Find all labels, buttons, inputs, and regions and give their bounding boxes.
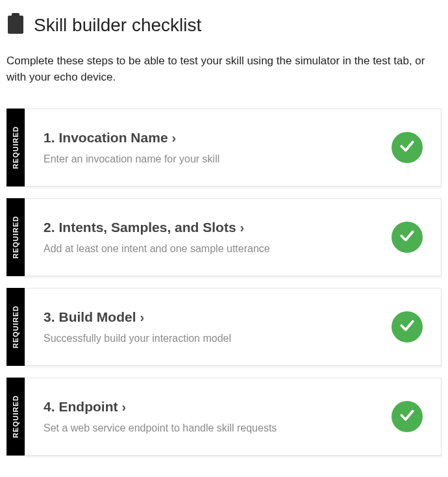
item-number: 2. (44, 220, 55, 235)
required-label: REQUIRED (6, 288, 25, 366)
check-icon (399, 407, 416, 426)
check-icon (399, 138, 416, 157)
item-number: 4. (44, 399, 55, 415)
checklist-item-endpoint: REQUIRED 4. Endpoint › Set a web service… (6, 378, 442, 456)
card-text: 2. Intents, Samples, and Slots › Add at … (44, 220, 381, 255)
chevron-right-icon: › (240, 220, 245, 235)
item-description: Add at least one intent and one sample u… (44, 243, 381, 255)
item-title: Intents, Samples, and Slots (59, 220, 236, 235)
svg-rect-0 (8, 16, 23, 34)
item-number: 1. (44, 130, 55, 146)
checklist-card[interactable]: 2. Intents, Samples, and Slots › Add at … (25, 198, 442, 276)
chevron-right-icon: › (140, 310, 145, 325)
intro-text: Complete these steps to be able to test … (6, 53, 435, 85)
page-title: Skill builder checklist (34, 15, 201, 36)
checklist: REQUIRED 1. Invocation Name › Enter an i… (6, 109, 442, 456)
card-text: 1. Invocation Name › Enter an invocation… (44, 130, 381, 165)
checklist-item-build: REQUIRED 3. Build Model › Successfully b… (6, 288, 442, 366)
check-icon (399, 317, 416, 337)
status-complete-badge (392, 311, 423, 342)
chevron-right-icon: › (172, 131, 177, 146)
clipboard-icon (6, 13, 25, 38)
card-title-link[interactable]: 3. Build Model › (44, 309, 381, 325)
chevron-right-icon: › (122, 400, 127, 415)
required-label: REQUIRED (6, 378, 25, 456)
status-complete-badge (392, 222, 423, 253)
svg-rect-2 (12, 14, 19, 18)
checklist-card[interactable]: 4. Endpoint › Set a web service endpoint… (25, 378, 442, 456)
item-title: Build Model (59, 309, 136, 325)
item-description: Successfully build your interaction mode… (44, 333, 381, 344)
item-description: Set a web service endpoint to handle ski… (44, 422, 381, 434)
card-title-link[interactable]: 4. Endpoint › (44, 399, 381, 415)
checklist-card[interactable]: 3. Build Model › Successfully build your… (25, 288, 442, 366)
status-complete-badge (392, 401, 423, 432)
required-label: REQUIRED (6, 109, 25, 187)
item-number: 3. (44, 309, 55, 325)
checklist-card[interactable]: 1. Invocation Name › Enter an invocation… (25, 109, 442, 187)
card-title-link[interactable]: 1. Invocation Name › (44, 130, 381, 146)
checklist-item-invocation: REQUIRED 1. Invocation Name › Enter an i… (6, 109, 442, 187)
required-label: REQUIRED (6, 198, 25, 276)
card-text: 3. Build Model › Successfully build your… (44, 309, 381, 344)
card-title-link[interactable]: 2. Intents, Samples, and Slots › (44, 220, 381, 235)
checklist-item-intents: REQUIRED 2. Intents, Samples, and Slots … (6, 198, 442, 276)
page-header: Skill builder checklist (6, 13, 442, 38)
item-title: Endpoint (59, 399, 118, 415)
status-complete-badge (392, 132, 423, 163)
check-icon (399, 227, 416, 247)
item-title: Invocation Name (59, 130, 168, 146)
item-description: Enter an invocation name for your skill (44, 153, 381, 165)
card-text: 4. Endpoint › Set a web service endpoint… (44, 399, 381, 434)
